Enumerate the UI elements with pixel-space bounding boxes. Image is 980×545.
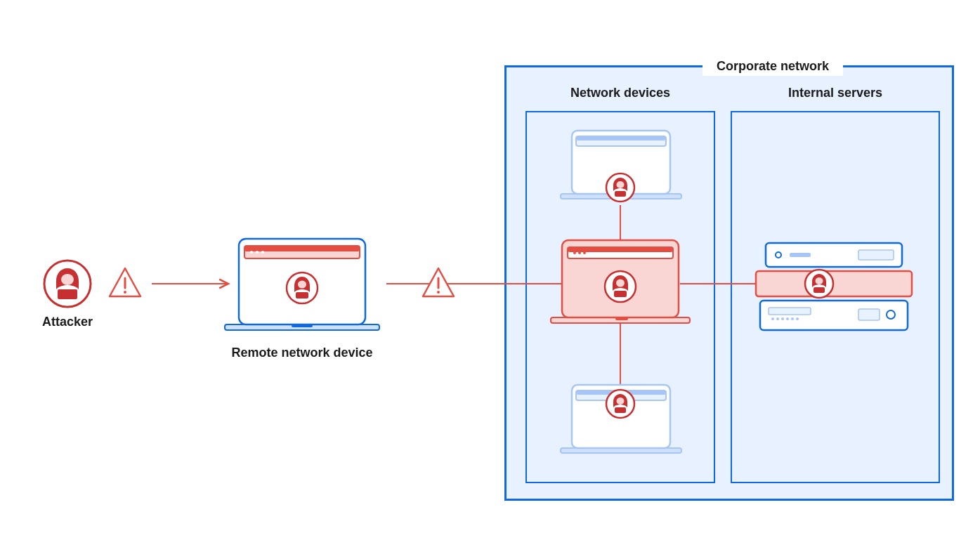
warning-icon [105,264,145,303]
svg-point-16 [256,251,259,254]
svg-point-39 [616,280,625,287]
warning-icon [419,264,458,303]
svg-point-46 [617,398,625,405]
svg-rect-51 [790,253,811,257]
svg-point-35 [573,251,576,254]
svg-point-63 [796,317,799,320]
remote-laptop-icon [218,232,386,344]
svg-point-19 [298,281,306,289]
svg-point-9 [124,291,126,294]
svg-rect-29 [615,191,626,197]
svg-rect-65 [858,309,880,320]
svg-point-28 [617,181,625,188]
svg-point-22 [437,291,440,294]
svg-rect-34 [568,247,673,252]
svg-rect-56 [760,301,908,330]
svg-point-60 [781,317,784,320]
svg-point-62 [791,317,794,320]
svg-point-15 [250,251,253,254]
server-stack-icon [753,239,915,337]
svg-rect-50 [858,250,894,260]
svg-rect-26 [576,136,666,140]
svg-point-37 [583,251,586,254]
svg-point-58 [771,317,774,320]
remote-device-label: Remote network device [218,346,386,360]
network-device-mid-icon [547,236,694,334]
svg-point-6 [61,274,74,285]
attacker-icon [42,258,93,309]
diagram-stage: Corporate network Network devices Intern… [0,0,980,545]
svg-point-36 [578,251,581,254]
svg-rect-47 [615,407,626,413]
svg-rect-14 [244,246,360,251]
svg-rect-20 [296,292,308,298]
svg-rect-55 [814,287,825,293]
svg-rect-57 [769,308,811,315]
svg-point-17 [261,251,264,254]
svg-rect-7 [58,289,77,299]
svg-rect-40 [614,291,627,297]
svg-point-54 [816,277,823,284]
attacker-label: Attacker [28,315,107,329]
svg-point-59 [776,317,779,320]
attacker-icon [604,388,636,420]
svg-point-61 [786,317,789,320]
attacker-icon [604,171,636,204]
